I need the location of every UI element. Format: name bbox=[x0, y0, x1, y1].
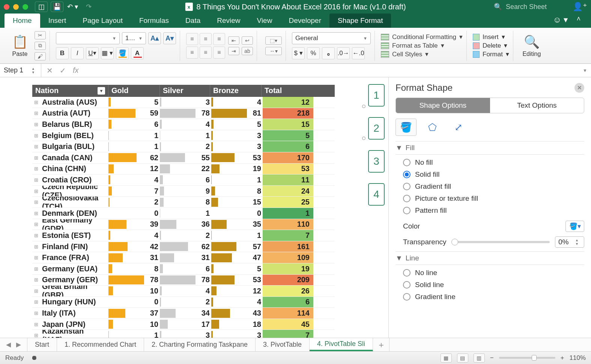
expand-icon[interactable]: ⊞ bbox=[32, 174, 40, 185]
cell-bronze[interactable]: 5 bbox=[247, 119, 263, 130]
cell-silver[interactable]: 6 bbox=[195, 174, 211, 185]
table-row[interactable]: ⊞East Germany (GDR)393635110 bbox=[32, 219, 335, 230]
expand-icon[interactable]: ⊞ bbox=[32, 208, 40, 219]
table-row[interactable]: ⊞Australia (AUS)53412 bbox=[32, 97, 335, 108]
cell-gold[interactable]: 62 bbox=[144, 152, 160, 163]
slicer-3[interactable]: 3 bbox=[368, 150, 385, 173]
fill-color-button[interactable]: 🪣 bbox=[116, 47, 129, 59]
sheet-tab[interactable]: 4. PivotTable Sli bbox=[310, 338, 373, 351]
cell-total[interactable]: 25 bbox=[263, 197, 313, 208]
cell-nation[interactable]: Japan (JPN) bbox=[40, 319, 108, 330]
decrease-decimal-icon[interactable]: ←.0 bbox=[352, 47, 365, 59]
wrap-text-icon[interactable]: ↩︎ bbox=[242, 36, 253, 45]
share-icon[interactable]: 👤⁺ bbox=[573, 2, 587, 12]
cell-total[interactable]: 12 bbox=[263, 97, 313, 108]
expand-icon[interactable]: ⊞ bbox=[32, 308, 40, 319]
cell-bronze[interactable]: 43 bbox=[247, 308, 263, 319]
delete-cells-button[interactable]: Delete ▾ bbox=[473, 42, 509, 50]
cell-nation[interactable]: Germany (EUA) bbox=[40, 263, 108, 274]
expand-icon[interactable]: ⊞ bbox=[32, 97, 40, 108]
align-middle-icon[interactable]: ≡ bbox=[200, 33, 212, 45]
cell-gold[interactable]: 78 bbox=[144, 275, 160, 286]
percent-icon[interactable]: % bbox=[307, 47, 320, 59]
merge-cells-icon[interactable]: ⬚▾ bbox=[265, 36, 282, 45]
cell-bronze[interactable]: 81 bbox=[247, 108, 263, 119]
cell-gold[interactable]: 7 bbox=[144, 186, 160, 197]
cell-gold[interactable]: 0 bbox=[144, 297, 160, 308]
table-row[interactable]: ⊞Belgium (BEL)1135 bbox=[32, 130, 335, 141]
cell-gold[interactable]: 4 bbox=[144, 174, 160, 185]
cell-nation[interactable]: Estonia (EST) bbox=[40, 230, 108, 241]
expand-icon[interactable]: ⊞ bbox=[32, 186, 40, 197]
align-top-icon[interactable]: ≡ bbox=[186, 33, 198, 45]
table-row[interactable]: ⊞Canada (CAN)625553170 bbox=[32, 152, 335, 164]
expand-icon[interactable]: ⊞ bbox=[32, 219, 40, 230]
increase-decimal-icon[interactable]: .0→ bbox=[337, 47, 350, 59]
increase-indent-icon[interactable]: ⇥ bbox=[228, 47, 239, 55]
header-nation[interactable]: Nation▼ bbox=[32, 85, 108, 96]
expand-icon[interactable]: ⊞ bbox=[32, 141, 40, 152]
insert-cells-button[interactable]: Insert ▾ bbox=[473, 33, 509, 41]
sheet-tab[interactable]: 2. Charting Formating Taskpane bbox=[144, 338, 256, 351]
table-row[interactable]: ⊞Croatia (CRO)46111 bbox=[32, 174, 335, 186]
fill-option[interactable]: Picture or texture fill bbox=[403, 194, 584, 203]
cell-bronze[interactable]: 3 bbox=[247, 330, 263, 338]
expand-icon[interactable]: ⊞ bbox=[32, 275, 40, 286]
align-center-icon[interactable]: ≡ bbox=[200, 47, 212, 59]
header-silver[interactable]: Silver bbox=[160, 85, 210, 96]
cell-total[interactable]: 7 bbox=[263, 330, 313, 338]
cell-silver[interactable]: 78 bbox=[195, 108, 211, 119]
cell-nation[interactable]: Belarus (BLR) bbox=[40, 119, 108, 130]
cell-silver[interactable]: 1 bbox=[195, 208, 211, 219]
italic-button[interactable]: I bbox=[71, 47, 84, 59]
expand-icon[interactable]: ⊞ bbox=[32, 252, 40, 263]
cell-gold[interactable]: 8 bbox=[144, 263, 160, 274]
tab-shape-format[interactable]: Shape Format bbox=[329, 14, 391, 28]
cell-gold[interactable]: 10 bbox=[144, 319, 160, 330]
cell-bronze[interactable]: 3 bbox=[247, 141, 263, 152]
cell-total[interactable]: 11 bbox=[263, 174, 313, 185]
cell-total[interactable]: 45 bbox=[263, 319, 313, 330]
search-sheet[interactable]: 🔍 bbox=[494, 3, 565, 11]
cell-silver[interactable]: 2 bbox=[195, 141, 211, 152]
cell-total[interactable]: 114 bbox=[263, 308, 313, 319]
zoom-slider[interactable] bbox=[499, 357, 555, 359]
cell-bronze[interactable]: 53 bbox=[247, 275, 263, 286]
cell-bronze[interactable]: 4 bbox=[247, 297, 263, 308]
cell-silver[interactable]: 31 bbox=[195, 252, 211, 263]
conditional-formatting-button[interactable]: Conditional Formatting ▾ bbox=[381, 33, 463, 41]
tab-page-layout[interactable]: Page Layout bbox=[74, 14, 131, 28]
cell-bronze[interactable]: 3 bbox=[247, 130, 263, 141]
cell-gold[interactable]: 1 bbox=[144, 141, 160, 152]
table-row[interactable]: ⊞Hungary (HUN)0246 bbox=[32, 297, 335, 308]
cell-silver[interactable]: 4 bbox=[195, 286, 211, 296]
fill-option[interactable]: No fill bbox=[403, 158, 584, 167]
cell-nation[interactable]: East Germany (GDR) bbox=[40, 219, 108, 230]
cell-total[interactable]: 26 bbox=[263, 286, 313, 296]
tab-insert[interactable]: Insert bbox=[40, 14, 75, 28]
copy-icon[interactable]: ⧉ bbox=[35, 42, 46, 50]
close-pane-icon[interactable]: ✕ bbox=[574, 83, 584, 93]
expand-icon[interactable]: ⊞ bbox=[32, 130, 40, 141]
filter-dropdown-icon[interactable]: ▼ bbox=[98, 87, 105, 95]
cell-gold[interactable]: 6 bbox=[144, 119, 160, 130]
collapse-ribbon-icon[interactable]: ＾ bbox=[574, 14, 583, 26]
comma-icon[interactable]: ₒ bbox=[322, 47, 335, 59]
align-left-icon[interactable]: ≡ bbox=[186, 47, 198, 59]
cell-nation[interactable]: Czech Republic (CZE) bbox=[40, 186, 108, 197]
header-gold[interactable]: Gold bbox=[108, 85, 160, 96]
cell-total[interactable]: 15 bbox=[263, 119, 313, 130]
table-row[interactable]: ⊞Belarus (BLR)64515 bbox=[32, 119, 335, 130]
cell-gold[interactable]: 39 bbox=[144, 219, 160, 230]
cell-bronze[interactable]: 4 bbox=[247, 97, 263, 108]
cell-nation[interactable]: Croatia (CRO) bbox=[40, 174, 108, 185]
cell-gold[interactable]: 59 bbox=[144, 108, 160, 119]
expand-icon[interactable]: ⊞ bbox=[32, 164, 40, 174]
expand-icon[interactable]: ⊞ bbox=[32, 286, 40, 296]
format-cells-button[interactable]: Format ▾ bbox=[473, 50, 509, 58]
cell-nation[interactable]: France (FRA) bbox=[40, 252, 108, 263]
sheet-tab[interactable]: 3. PivotTable bbox=[256, 338, 310, 351]
page-layout-view-icon[interactable]: ▤ bbox=[457, 353, 468, 362]
cell-bronze[interactable]: 15 bbox=[247, 197, 263, 208]
cell-bronze[interactable]: 8 bbox=[247, 186, 263, 197]
